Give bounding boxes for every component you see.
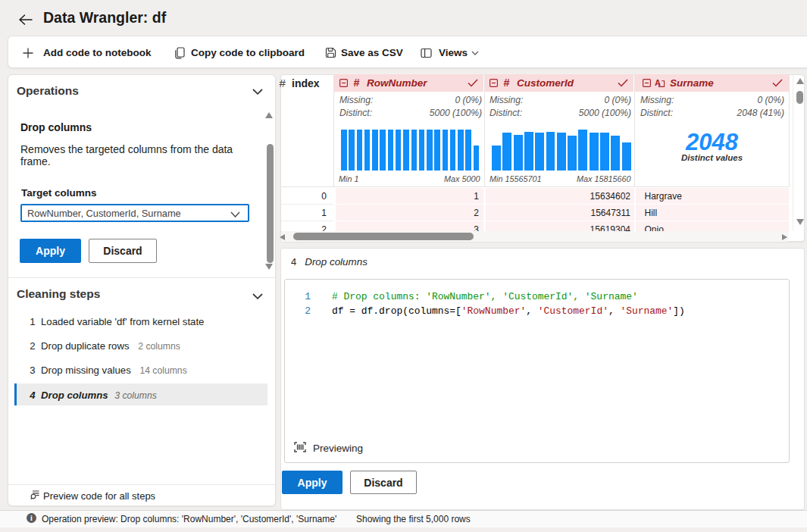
svg-text:A: A (655, 78, 661, 87)
